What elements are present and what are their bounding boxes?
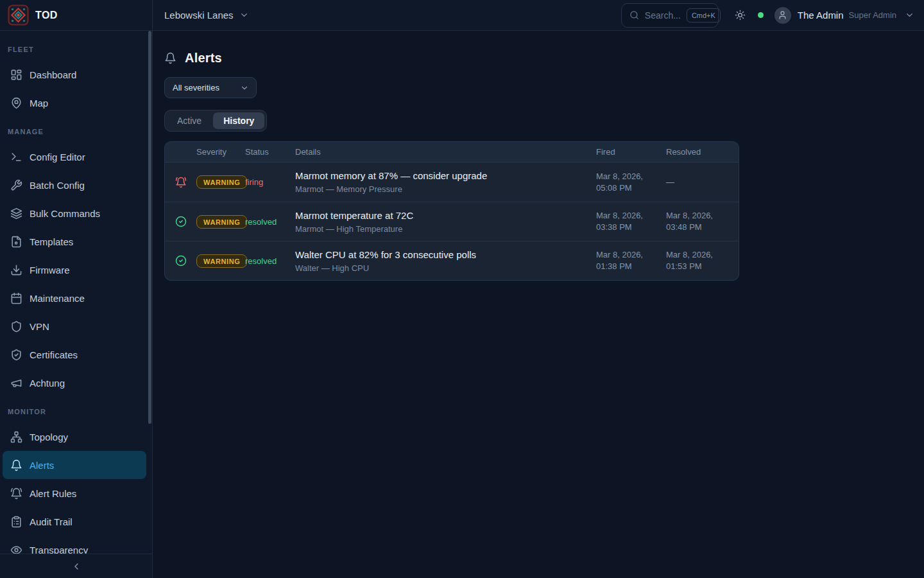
tab-active[interactable]: Active bbox=[167, 112, 212, 129]
sidebar-item-label: Alerts bbox=[30, 460, 54, 471]
tab-history[interactable]: History bbox=[213, 112, 264, 129]
details-cell: Marmot memory at 87% — consider upgradeM… bbox=[295, 170, 596, 194]
status-cell: firing bbox=[245, 177, 295, 187]
sidebar-item-label: Bulk Commands bbox=[30, 208, 100, 219]
column-header-details: Details bbox=[295, 147, 596, 157]
sidebar-item-label: Transparency bbox=[30, 545, 88, 554]
column-header-severity: Severity bbox=[196, 147, 245, 157]
alerts-table: SeverityStatusDetailsFiredResolved WARNI… bbox=[164, 141, 739, 281]
sidebar-item-label: Topology bbox=[30, 432, 68, 442]
clipboard-icon bbox=[10, 516, 22, 528]
sidebar-item-topology[interactable]: Topology bbox=[3, 423, 146, 451]
sidebar-item-batch-config[interactable]: Batch Config bbox=[3, 171, 146, 199]
user-menu-chevron-icon[interactable] bbox=[905, 10, 914, 20]
user-role-badge: Super Admin bbox=[849, 10, 896, 20]
page-header: Alerts bbox=[164, 49, 912, 67]
sidebar-item-achtung[interactable]: Achtung bbox=[3, 369, 146, 397]
sidebar-item-label: Maintenance bbox=[30, 293, 85, 304]
severity-filter-select[interactable]: All severities bbox=[164, 77, 257, 98]
chevron-left-icon bbox=[71, 561, 81, 572]
alert-title: Marmot memory at 87% — consider upgrade bbox=[295, 170, 596, 181]
bell-ring-icon bbox=[175, 177, 187, 188]
main-column: Lebowski Lanes Search... Cmd+K The Admin… bbox=[153, 0, 924, 578]
alert-row[interactable]: WARNINGresolvedMarmot temperature at 72C… bbox=[165, 202, 739, 241]
app-root: TOD FleetDashboardMapManageConfig Editor… bbox=[0, 0, 924, 578]
details-cell: Marmot temperature at 72CMarmot — High T… bbox=[295, 210, 596, 234]
sidebar-item-transparency[interactable]: Transparency bbox=[3, 536, 146, 554]
sidebar-item-label: Dashboard bbox=[30, 69, 76, 80]
status-cell: resolved bbox=[245, 217, 295, 227]
sidebar-item-maintenance[interactable]: Maintenance bbox=[3, 284, 146, 312]
megaphone-icon bbox=[10, 377, 22, 389]
resolved-cell: Mar 8, 2026, 03:48 PM bbox=[666, 210, 728, 232]
sidebar-item-label: Batch Config bbox=[30, 180, 85, 191]
search-shortcut-badge: Cmd+K bbox=[687, 8, 721, 22]
sidebar-item-bulk-commands[interactable]: Bulk Commands bbox=[3, 199, 146, 227]
sidebar-item-dashboard[interactable]: Dashboard bbox=[3, 60, 146, 89]
wrench-icon bbox=[10, 179, 22, 191]
search-icon bbox=[629, 10, 639, 20]
alert-row[interactable]: WARNINGfiringMarmot memory at 87% — cons… bbox=[165, 162, 739, 202]
theme-toggle-sun-icon[interactable] bbox=[735, 10, 746, 21]
search-input[interactable]: Search... Cmd+K bbox=[621, 3, 719, 28]
chevron-down-icon bbox=[240, 83, 249, 92]
fired-cell: Mar 8, 2026, 01:38 PM bbox=[596, 249, 666, 272]
shield-icon bbox=[10, 320, 22, 333]
bell-icon bbox=[10, 459, 22, 471]
sidebar-section-label-monitor: Monitor bbox=[0, 397, 152, 423]
check-circle-icon bbox=[175, 255, 187, 267]
sidebar: TOD FleetDashboardMapManageConfig Editor… bbox=[0, 0, 153, 578]
sidebar-collapse-button[interactable] bbox=[0, 554, 152, 578]
sidebar-item-label: Achtung bbox=[30, 378, 65, 389]
topbar: Lebowski Lanes Search... Cmd+K The Admin… bbox=[153, 0, 924, 31]
resolved-cell: Mar 8, 2026, 01:53 PM bbox=[666, 249, 728, 272]
sidebar-item-alert-rules[interactable]: Alert Rules bbox=[3, 479, 146, 507]
sidebar-item-vpn[interactable]: VPN bbox=[3, 312, 146, 340]
sidebar-item-label: Audit Trail bbox=[30, 516, 73, 527]
details-cell: Walter CPU at 82% for 3 consecutive poll… bbox=[295, 249, 596, 273]
sidebar-item-label: VPN bbox=[30, 321, 49, 332]
alerts-table-body: WARNINGfiringMarmot memory at 87% — cons… bbox=[165, 162, 739, 280]
fired-cell: Mar 8, 2026, 05:08 PM bbox=[596, 171, 666, 193]
layers-icon bbox=[10, 207, 22, 220]
alerts-table-header: SeverityStatusDetailsFiredResolved bbox=[165, 142, 739, 162]
app-logo-icon bbox=[8, 4, 29, 26]
alert-title: Marmot temperature at 72C bbox=[295, 210, 596, 221]
bell-ring-icon bbox=[10, 487, 22, 500]
alert-title: Walter CPU at 82% for 3 consecutive poll… bbox=[295, 249, 596, 260]
sidebar-item-firmware[interactable]: Firmware bbox=[3, 256, 146, 284]
severity-cell: WARNING bbox=[196, 254, 245, 268]
sidebar-item-config-editor[interactable]: Config Editor bbox=[3, 143, 146, 171]
severity-badge: WARNING bbox=[196, 175, 247, 189]
calendar-icon bbox=[10, 292, 22, 304]
severity-badge: WARNING bbox=[196, 215, 247, 229]
org-switcher-label: Lebowski Lanes bbox=[164, 10, 234, 21]
avatar[interactable] bbox=[774, 7, 791, 24]
chevron-down-icon bbox=[239, 10, 249, 20]
sidebar-item-map[interactable]: Map bbox=[3, 89, 146, 117]
sidebar-section-label-manage: Manage bbox=[0, 117, 152, 143]
shield-check-icon bbox=[10, 349, 22, 361]
sidebar-item-alerts[interactable]: Alerts bbox=[3, 451, 146, 479]
sidebar-nav: FleetDashboardMapManageConfig EditorBatc… bbox=[0, 31, 152, 554]
column-header-resolved: Resolved bbox=[666, 147, 728, 157]
sidebar-item-label: Certificates bbox=[30, 349, 78, 360]
map-pin-icon bbox=[10, 97, 22, 109]
sidebar-item-audit-trail[interactable]: Audit Trail bbox=[3, 507, 146, 536]
sidebar-item-label: Config Editor bbox=[30, 152, 85, 162]
severity-filter-value: All severities bbox=[173, 83, 219, 92]
alert-row[interactable]: WARNINGresolvedWalter CPU at 82% for 3 c… bbox=[165, 241, 739, 280]
org-switcher[interactable]: Lebowski Lanes bbox=[164, 10, 249, 21]
severity-cell: WARNING bbox=[196, 175, 245, 189]
dashboard-icon bbox=[10, 69, 22, 81]
search-placeholder: Search... bbox=[645, 10, 681, 21]
sidebar-item-templates[interactable]: Templates bbox=[3, 227, 146, 256]
alert-subtitle: Marmot — High Temperature bbox=[295, 224, 596, 234]
topbar-right: Search... Cmd+K The Admin Super Admin bbox=[621, 3, 914, 28]
sidebar-item-certificates[interactable]: Certificates bbox=[3, 340, 146, 369]
alerts-view-tabs: ActiveHistory bbox=[164, 110, 267, 132]
fired-cell: Mar 8, 2026, 03:38 PM bbox=[596, 210, 666, 232]
sidebar-scrollbar[interactable] bbox=[148, 31, 151, 424]
severity-badge: WARNING bbox=[196, 254, 247, 268]
column-header-fired: Fired bbox=[596, 147, 666, 157]
